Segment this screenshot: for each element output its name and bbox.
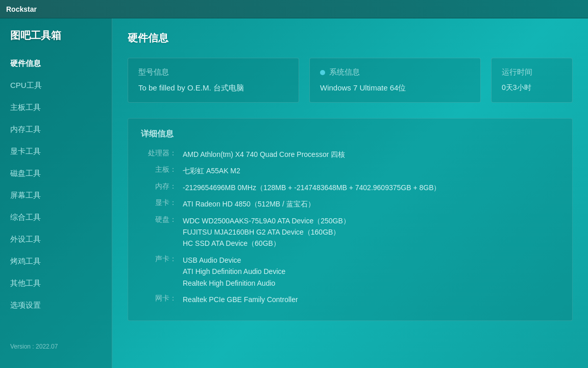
detail-row-network: 网卡： Realtek PCIe GBE Family Controller: [141, 294, 559, 305]
system-card: 系统信息 Windows 7 Ultimate 64位: [309, 58, 481, 103]
soundcard-line-2: ATI High Definition Audio Device: [183, 266, 285, 277]
memory-value: -2129654696MB 0MHz（128MB + -2147483648MB…: [183, 182, 441, 193]
motherboard-label: 主板：: [141, 165, 177, 174]
model-card-title: 型号信息: [138, 67, 288, 77]
sidebar-item-other[interactable]: 其他工具: [0, 272, 112, 294]
sidebar-item-gpu[interactable]: 显卡工具: [0, 141, 112, 163]
memory-label: 内存：: [141, 182, 177, 191]
network-value: Realtek PCIe GBE Family Controller: [183, 294, 298, 305]
detail-row-cpu: 处理器： AMD Athlon(tm) X4 740 Quad Core Pro…: [141, 149, 559, 160]
cpu-label: 处理器：: [141, 149, 177, 158]
model-card-value: To be filled by O.E.M. 台式电脑: [138, 83, 288, 93]
sidebar-item-memory[interactable]: 内存工具: [0, 119, 112, 141]
model-card: 型号信息 To be filled by O.E.M. 台式电脑: [128, 58, 299, 103]
network-label: 网卡：: [141, 294, 177, 303]
detail-row-soundcard: 声卡： USB Audio Device ATI High Definition…: [141, 255, 559, 289]
gpu-label: 显卡：: [141, 198, 177, 208]
page-title: 硬件信息: [128, 31, 573, 45]
disk-label: 硬盘：: [141, 215, 177, 224]
sidebar-item-stress[interactable]: 烤鸡工具: [0, 250, 112, 272]
gpu-value: ATI Radeon HD 4850（512MB / 蓝宝石）: [183, 198, 315, 210]
content-area: 硬件信息 型号信息 To be filled by O.E.M. 台式电脑 系统…: [112, 18, 588, 368]
cpu-value: AMD Athlon(tm) X4 740 Quad Core Processo…: [183, 149, 345, 160]
info-cards-row: 型号信息 To be filled by O.E.M. 台式电脑 系统信息 Wi…: [128, 58, 573, 103]
sidebar-item-peripheral[interactable]: 外设工具: [0, 228, 112, 250]
sidebar-item-motherboard[interactable]: 主板工具: [0, 97, 112, 119]
motherboard-value: 七彩虹 A55AK M2: [183, 165, 240, 176]
detail-section: 详细信息 处理器： AMD Athlon(tm) X4 740 Quad Cor…: [128, 118, 573, 321]
runtime-card-title: 运行时间: [502, 67, 562, 77]
sidebar-item-cpu[interactable]: CPU工具: [0, 75, 112, 97]
app-title: Rockstar: [6, 5, 37, 13]
disk-line-1: WDC WD2500AAKS-75L9A0 ATA Device（250GB）: [183, 215, 350, 226]
system-card-title: 系统信息: [320, 67, 470, 77]
runtime-card-value: 0天3小时: [502, 83, 562, 93]
sidebar-title: 图吧工具箱: [0, 29, 112, 53]
sidebar-item-hardware[interactable]: 硬件信息: [0, 53, 112, 75]
disk-line-3: HC SSD ATA Device（60GB）: [183, 238, 350, 249]
sidebar: 图吧工具箱 硬件信息 CPU工具 主板工具 内存工具 显卡工具 磁盘工具 屏幕工…: [0, 18, 112, 368]
system-card-value: Windows 7 Ultimate 64位: [320, 83, 470, 93]
disk-line-2: FUJITSU MJA2160BH G2 ATA Device（160GB）: [183, 226, 350, 238]
system-status-dot: [320, 70, 325, 75]
soundcard-value: USB Audio Device ATI High Definition Aud…: [183, 255, 285, 289]
sidebar-item-disk[interactable]: 磁盘工具: [0, 163, 112, 185]
detail-title: 详细信息: [141, 129, 559, 140]
main-layout: 图吧工具箱 硬件信息 CPU工具 主板工具 内存工具 显卡工具 磁盘工具 屏幕工…: [0, 18, 588, 368]
detail-row-gpu: 显卡： ATI Radeon HD 4850（512MB / 蓝宝石）: [141, 198, 559, 210]
sidebar-item-general[interactable]: 综合工具: [0, 206, 112, 228]
soundcard-line-1: USB Audio Device: [183, 255, 285, 266]
version-label: Version : 2022.07: [0, 335, 112, 358]
soundcard-line-3: Realtek High Definition Audio: [183, 278, 285, 289]
sidebar-item-screen[interactable]: 屏幕工具: [0, 185, 112, 206]
disk-value: WDC WD2500AAKS-75L9A0 ATA Device（250GB） …: [183, 215, 350, 249]
detail-row-memory: 内存： -2129654696MB 0MHz（128MB + -21474836…: [141, 182, 559, 193]
detail-row-motherboard: 主板： 七彩虹 A55AK M2: [141, 165, 559, 176]
sidebar-item-settings[interactable]: 选项设置: [0, 294, 112, 316]
detail-row-disk: 硬盘： WDC WD2500AAKS-75L9A0 ATA Device（250…: [141, 215, 559, 249]
runtime-card: 运行时间 0天3小时: [491, 58, 573, 103]
soundcard-label: 声卡：: [141, 255, 177, 264]
title-bar: Rockstar: [0, 0, 588, 18]
